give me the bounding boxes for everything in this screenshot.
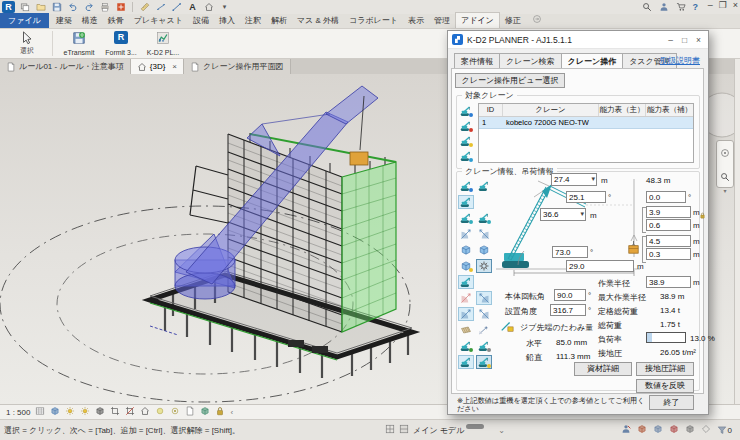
boom-angle-plus-button[interactable]	[476, 227, 492, 241]
workset-dropdown-icon[interactable]: ⌄	[498, 426, 505, 435]
tab-architecture[interactable]: 建築	[51, 13, 77, 28]
workset-edit-icon[interactable]	[399, 424, 409, 436]
open-icon[interactable]	[34, 1, 47, 13]
workset-status-icon[interactable]	[637, 424, 647, 436]
remove-crane-button[interactable]	[458, 119, 474, 133]
aligned-dimension-icon[interactable]	[154, 1, 167, 13]
transfer-project-icon[interactable]	[114, 1, 127, 13]
ribbon-options-icon[interactable]	[532, 14, 542, 26]
constraints-icon[interactable]	[215, 406, 225, 418]
tab-collaborate[interactable]: コラボレート	[344, 13, 403, 28]
worksharing-display-icon[interactable]	[200, 406, 210, 418]
select-crane-button[interactable]	[458, 195, 474, 209]
move-crane-button[interactable]	[458, 179, 474, 193]
kd2-planner-button[interactable]: K-D2 PL...	[142, 30, 184, 57]
zoom-icon[interactable]	[720, 168, 730, 186]
temporary-view-properties-icon[interactable]	[185, 406, 195, 418]
ground-distance-input[interactable]	[566, 260, 634, 272]
minimize-button[interactable]: –	[708, 0, 713, 13]
crane-table-row[interactable]: 1 kobelco 7200G NEO-TW	[479, 117, 693, 129]
undo-icon[interactable]	[66, 1, 79, 13]
scale-button[interactable]: 1 : 500	[6, 408, 30, 417]
view-tab-3d[interactable]: {3D} ×	[131, 59, 184, 74]
tab-addins[interactable]: アドイン	[455, 12, 500, 28]
crane-view-select-button[interactable]: クレーン操作用ビュー選択	[455, 73, 565, 88]
tab-systems[interactable]: 設備	[188, 13, 214, 28]
tab-annotate[interactable]: 注釈	[240, 13, 266, 28]
dialog-close-icon[interactable]: ×	[696, 35, 701, 45]
steering-wheel-icon[interactable]	[720, 144, 730, 162]
ground-pressure-detail-button[interactable]: 接地圧詳細	[636, 362, 694, 376]
load-settings-button[interactable]	[458, 259, 474, 273]
design-options-icon[interactable]	[653, 424, 663, 436]
view-tab-rules[interactable]: ルール01 - ルール・注意事項	[0, 59, 131, 74]
hook-offset-angle-input[interactable]	[646, 191, 686, 203]
tab-massing-site[interactable]: マス & 外構	[292, 13, 344, 28]
load-box-up-button[interactable]	[458, 243, 474, 257]
default-3d-view-icon[interactable]	[202, 1, 215, 13]
expand-arrow-icon[interactable]: ‹	[230, 408, 233, 417]
tab-modify[interactable]: 修正	[500, 13, 526, 28]
load-height-input[interactable]	[646, 248, 691, 260]
reload-crane-button[interactable]	[458, 149, 474, 163]
shadows-icon[interactable]	[95, 406, 105, 418]
tab-view[interactable]: 表示	[403, 13, 429, 28]
install-angle-ccw-button[interactable]	[458, 307, 474, 321]
navbar-expand-icon[interactable]: ▾	[723, 189, 726, 193]
check-ok-button[interactable]	[458, 355, 474, 369]
worksets-icon[interactable]	[385, 424, 395, 436]
jib-length-select[interactable]: 27.4	[551, 173, 597, 186]
check-capacity-button[interactable]	[458, 339, 474, 353]
tab-steel[interactable]: 鉄骨	[103, 13, 129, 28]
warnings-icon[interactable]	[685, 424, 695, 436]
etransmit-button[interactable]: eTransmit	[58, 30, 100, 57]
rope-lock-icon[interactable]	[699, 206, 706, 224]
boom-angle-minus-button[interactable]	[458, 227, 474, 241]
view-tab-crane-plan[interactable]: クレーン操作用平面図	[184, 59, 291, 74]
add-crane-button[interactable]	[458, 104, 474, 118]
apply-values-button[interactable]: 数値を反映	[636, 379, 694, 393]
formit-button[interactable]: R Formit 3...	[100, 30, 142, 57]
manage-links-icon[interactable]	[669, 424, 679, 436]
save-icon[interactable]	[50, 1, 63, 13]
close-button[interactable]: ×	[733, 0, 738, 13]
measure-icon[interactable]	[138, 1, 151, 13]
maximize-button[interactable]: ❐	[719, 0, 727, 13]
more-tools-icon[interactable]: ▾	[218, 1, 231, 13]
crop-view-icon[interactable]	[110, 406, 120, 418]
tab-structure[interactable]: 構造	[77, 13, 103, 28]
tab-precast[interactable]: プレキャスト	[129, 13, 188, 28]
load-box-down-button[interactable]	[476, 243, 492, 257]
revit-logo-icon[interactable]: R	[2, 1, 15, 13]
tab-insert[interactable]: 挿入	[214, 13, 240, 28]
rotate-crane-left-button[interactable]	[458, 211, 474, 225]
redo-icon[interactable]	[82, 1, 95, 13]
tab-manage[interactable]: 管理	[429, 13, 455, 28]
unlock-view-icon[interactable]	[140, 406, 150, 418]
show-crop-region-icon[interactable]	[125, 406, 135, 418]
load-gear-button[interactable]	[476, 259, 492, 273]
work-radius-input[interactable]	[646, 276, 691, 288]
ground-mat-button[interactable]	[458, 323, 474, 337]
print-icon[interactable]	[98, 1, 111, 13]
body-rotation-input[interactable]	[554, 289, 586, 301]
help-icon[interactable]: ?	[693, 2, 699, 12]
dialog-maximize-button[interactable]: □	[682, 35, 687, 45]
load-width-input[interactable]	[646, 235, 691, 247]
jib-deflection-button[interactable]	[476, 323, 492, 337]
install-angle-cw-button[interactable]	[476, 307, 492, 321]
tab-analyze[interactable]: 解析	[266, 13, 292, 28]
editable-only-icon[interactable]	[621, 424, 631, 436]
text-note-icon[interactable]: A	[186, 1, 199, 13]
highlight-crane-button[interactable]	[458, 275, 474, 289]
boom-angle-input[interactable]	[552, 246, 588, 258]
filter-icon[interactable]: 0	[717, 425, 732, 435]
install-angle-input[interactable]	[550, 304, 586, 316]
body-rotate-ccw-button[interactable]	[458, 291, 474, 305]
vertical-scrollbar[interactable]	[734, 59, 740, 404]
close-view-tab-icon[interactable]: ×	[172, 62, 177, 71]
tab-file[interactable]: ファイル	[0, 13, 49, 28]
temporary-hide-icon[interactable]	[155, 406, 165, 418]
place-crane-button[interactable]	[476, 179, 492, 193]
body-rotate-cw-button[interactable]	[476, 291, 492, 305]
